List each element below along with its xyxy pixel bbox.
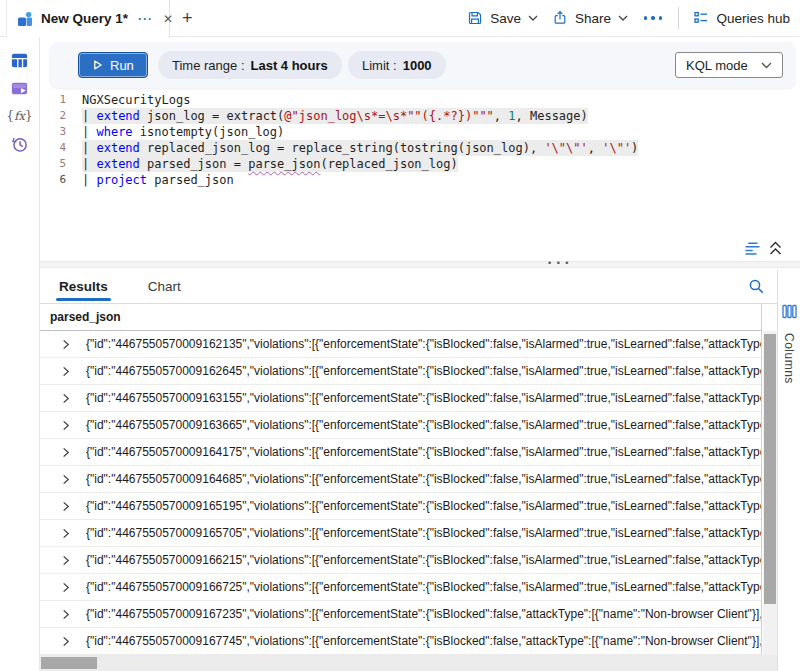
kusto-app-icon — [17, 11, 33, 27]
save-button[interactable]: Save — [467, 10, 538, 26]
table-row[interactable]: {"id":"4467550570009162135","violations"… — [40, 331, 761, 358]
queries-hub-button[interactable]: Queries hub — [693, 10, 790, 26]
expand-chevron-icon[interactable] — [60, 554, 72, 566]
expand-chevron-icon[interactable] — [60, 419, 72, 431]
editor-line[interactable]: 4| extend replaced_json_log = replace_st… — [40, 140, 800, 156]
expand-chevron-icon[interactable] — [60, 635, 72, 647]
more-commands-icon[interactable] — [642, 16, 665, 20]
table-row[interactable]: {"id":"4467550570009162645","violations"… — [40, 358, 761, 385]
results-layout-icon[interactable] — [744, 240, 761, 261]
results-tabbar: Results Chart — [40, 270, 777, 304]
editor-line-text: NGXSecurityLogs — [82, 92, 190, 108]
expand-chevron-icon[interactable] — [60, 608, 72, 620]
tab-results[interactable]: Results — [56, 270, 111, 303]
expand-chevron-icon[interactable] — [60, 365, 72, 377]
row-json-text: {"id":"4467550570009167235","violations"… — [86, 607, 761, 621]
search-icon[interactable] — [748, 278, 765, 299]
row-json-text: {"id":"4467550570009167745","violations"… — [86, 634, 761, 648]
expand-chevron-icon[interactable] — [60, 392, 72, 404]
table-row[interactable]: {"id":"4467550570009164175","violations"… — [40, 439, 761, 466]
editor-line[interactable]: 5| extend parsed_json = parse_json(repla… — [40, 156, 800, 172]
editor-line[interactable]: 2| extend json_log = extract(@"json_log\… — [40, 108, 800, 124]
line-number: 4 — [40, 140, 66, 156]
line-number: 5 — [40, 156, 66, 172]
kql-mode-chevron-down-icon — [761, 62, 772, 69]
kql-mode-value: KQL mode — [686, 58, 748, 73]
collapse-editor-icon[interactable] — [768, 240, 783, 261]
save-chevron-down-icon[interactable] — [528, 15, 538, 21]
play-icon — [92, 59, 103, 71]
columns-icon[interactable] — [782, 304, 797, 323]
app-window: New Query 1* ··· ✕ + Save Share — [0, 0, 800, 671]
sidebar-item-tables[interactable] — [7, 49, 33, 71]
time-range-value: Last 4 hours — [251, 58, 328, 73]
queries-hub-icon — [693, 10, 709, 26]
limit-pill[interactable]: Limit : 1000 — [348, 51, 446, 79]
line-number: 6 — [40, 172, 66, 188]
vertical-scrollbar-thumb[interactable] — [764, 334, 776, 604]
columns-rail-label[interactable]: Columns — [782, 333, 796, 384]
horizontal-scrollbar[interactable] — [40, 655, 777, 671]
line-number: 3 — [40, 124, 66, 140]
table-row[interactable]: {"id":"4467550570009167745","violations"… — [40, 628, 761, 655]
expand-chevron-icon[interactable] — [60, 581, 72, 593]
editor-line[interactable]: 6| project parsed_json — [40, 172, 800, 188]
row-json-text: {"id":"4467550570009163665","violations"… — [86, 418, 761, 432]
row-json-text: {"id":"4467550570009166725","violations"… — [86, 580, 761, 594]
table-row[interactable]: {"id":"4467550570009165195","violations"… — [40, 493, 761, 520]
row-json-text: {"id":"4467550570009166215","violations"… — [86, 553, 761, 567]
grid-column-header[interactable]: parsed_json — [40, 304, 762, 331]
row-json-text: {"id":"4467550570009163155","violations"… — [86, 391, 761, 405]
table-row[interactable]: {"id":"4467550570009164685","violations"… — [40, 466, 761, 493]
row-json-text: {"id":"4467550570009164175","violations"… — [86, 445, 761, 459]
editor-line-text: | where isnotempty(json_log) — [82, 124, 284, 140]
expand-chevron-icon[interactable] — [60, 500, 72, 512]
sidebar-item-history[interactable] — [7, 133, 33, 155]
share-chevron-down-icon[interactable] — [618, 15, 628, 21]
expand-chevron-icon[interactable] — [60, 473, 72, 485]
sidebar-item-functions[interactable]: {fx} — [7, 105, 33, 127]
row-json-text: {"id":"4467550570009162135","violations"… — [86, 337, 761, 351]
editor-line[interactable]: 3| where isnotempty(json_log) — [40, 124, 800, 140]
query-editor[interactable]: 1NGXSecurityLogs2| extend json_log = ext… — [40, 92, 800, 204]
run-button[interactable]: Run — [78, 52, 148, 78]
vertical-scrollbar[interactable] — [763, 331, 777, 655]
results-panel: Results Chart parsed_json {"id":"4467550… — [40, 270, 800, 671]
header-actions: Save Share Queries hub — [467, 0, 790, 36]
kql-mode-select[interactable]: KQL mode — [675, 52, 783, 78]
column-header-parsed-json: parsed_json — [50, 310, 121, 324]
table-row[interactable]: {"id":"4467550570009165705","violations"… — [40, 520, 761, 547]
save-label: Save — [490, 11, 521, 26]
splitter-handle[interactable]: • • • — [40, 261, 800, 268]
expand-chevron-icon[interactable] — [60, 446, 72, 458]
table-row[interactable]: {"id":"4467550570009166725","violations"… — [40, 574, 761, 601]
share-button[interactable]: Share — [552, 10, 628, 26]
tab-more-icon[interactable]: ··· — [138, 14, 153, 24]
header-actions-divider — [678, 7, 679, 29]
table-row[interactable]: {"id":"4467550570009166215","violations"… — [40, 547, 761, 574]
editor-actions — [0, 240, 800, 260]
left-sidebar: {fx} — [0, 37, 40, 671]
columns-side-rail: Columns — [777, 270, 800, 671]
new-tab-button[interactable]: + — [182, 8, 193, 28]
sidebar-item-saved-queries[interactable] — [7, 77, 33, 99]
queries-hub-label: Queries hub — [716, 11, 790, 26]
editor-line[interactable]: 1NGXSecurityLogs — [40, 92, 800, 108]
query-tab[interactable]: New Query 1* ··· ✕ — [6, 0, 170, 37]
line-number: 1 — [40, 92, 66, 108]
table-row[interactable]: {"id":"4467550570009167235","violations"… — [40, 601, 761, 628]
function-fx-icon: {fx} — [6, 109, 33, 123]
table-row[interactable]: {"id":"4467550570009163155","violations"… — [40, 385, 761, 412]
tab-title: New Query 1* — [41, 11, 128, 26]
run-label: Run — [110, 58, 134, 73]
query-toolbar: Run Time range : Last 4 hours Limit : 10… — [50, 42, 795, 88]
expand-chevron-icon[interactable] — [60, 338, 72, 350]
expand-chevron-icon[interactable] — [60, 527, 72, 539]
tab-close-icon[interactable]: ✕ — [163, 12, 173, 26]
time-range-label: Time range : — [172, 58, 245, 73]
horizontal-scrollbar-thumb[interactable] — [41, 657, 97, 669]
tab-chart[interactable]: Chart — [145, 270, 184, 303]
table-row[interactable]: {"id":"4467550570009163665","violations"… — [40, 412, 761, 439]
time-range-pill[interactable]: Time range : Last 4 hours — [158, 51, 342, 79]
slideshow-icon — [10, 79, 29, 98]
